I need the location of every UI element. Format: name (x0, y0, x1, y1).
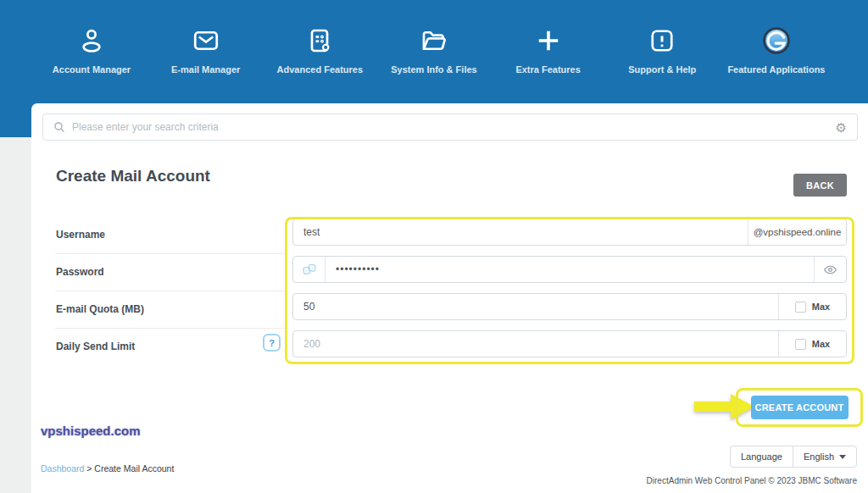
eye-icon[interactable] (814, 257, 846, 282)
password-label: Password (56, 266, 104, 278)
send-limit-field-group: Max (292, 330, 847, 357)
password-field-group (292, 256, 847, 283)
quota-field-group: Max (292, 293, 847, 320)
row-divider (55, 291, 286, 291)
gear-icon[interactable]: ⚙ (836, 121, 847, 134)
breadcrumb: Dashboard > Create Mail Account (41, 463, 174, 474)
nav-label: Support & Help (628, 64, 696, 75)
page-title: Create Mail Account (56, 167, 210, 186)
language-dropdown[interactable]: English (793, 446, 856, 467)
nav-item-account-manager[interactable]: Account Manager (36, 22, 147, 103)
create-account-button[interactable]: CREATE ACCOUNT (751, 396, 849, 419)
plus-icon (533, 22, 564, 59)
footer-copyright: DirectAdmin Web Control Panel © 2023 JBM… (647, 476, 857, 485)
breadcrumb-separator: > (86, 463, 92, 474)
featured-apps-logo-icon (760, 22, 793, 59)
generate-password-dice-icon[interactable] (293, 257, 326, 282)
back-button[interactable]: BACK (793, 174, 847, 197)
magnifier-icon (53, 121, 65, 133)
send-limit-max-checkbox[interactable] (795, 339, 806, 350)
nav-label: E-mail Manager (171, 64, 240, 75)
username-input[interactable] (293, 219, 748, 245)
quota-input[interactable] (293, 294, 778, 319)
help-icon[interactable]: ? (263, 334, 281, 352)
site-logo-text[interactable]: vpshispeed.com (41, 424, 141, 438)
content-card: ⚙ Create Mail Account BACK Username Pass… (31, 103, 868, 493)
quota-max-checkbox[interactable] (795, 302, 806, 313)
create-button-highlight-outline: CREATE ACCOUNT (736, 388, 863, 427)
nav-label: Advanced Features (277, 64, 363, 75)
quota-max-toggle[interactable]: Max (778, 294, 846, 319)
nav-item-support-help[interactable]: Support & Help (606, 22, 718, 103)
nav-label: Featured Applications (727, 64, 825, 75)
language-selector: Language English (730, 446, 857, 468)
nav-item-email-manager[interactable]: E-mail Manager (150, 22, 262, 103)
nav-label: Account Manager (53, 64, 131, 75)
document-gear-icon (304, 22, 335, 59)
folder-icon (419, 22, 449, 59)
domain-suffix: @vpshispeed.online (748, 219, 846, 245)
nav-label: Extra Features (515, 64, 580, 75)
breadcrumb-home-link[interactable]: Dashboard (41, 463, 84, 474)
username-field-group: @vpshispeed.online (292, 219, 847, 246)
language-selected: English (804, 451, 834, 462)
envelope-icon (191, 22, 221, 59)
max-label: Max (812, 302, 830, 312)
exclamation-icon (647, 22, 677, 59)
breadcrumb-current: Create Mail Account (94, 463, 174, 474)
password-input[interactable] (326, 257, 814, 282)
language-label: Language (731, 446, 793, 467)
nav-item-extra-features[interactable]: Extra Features (492, 22, 604, 103)
search-input[interactable] (72, 121, 836, 133)
send-limit-max-toggle[interactable]: Max (778, 331, 846, 357)
username-label: Username (56, 229, 105, 241)
nav-item-system-info-files[interactable]: System Info & Files (378, 22, 490, 103)
nav-item-advanced-features[interactable]: Advanced Features (264, 22, 376, 103)
nav-label: System Info & Files (391, 64, 476, 75)
quota-label: E-mail Quota (MB) (56, 303, 144, 315)
row-divider (55, 253, 286, 254)
search-bar: ⚙ (42, 114, 858, 141)
chevron-down-icon (839, 455, 846, 459)
send-limit-label: Daily Send Limit (56, 341, 135, 352)
row-divider (55, 328, 286, 329)
user-icon (76, 22, 107, 59)
main-nav: Account Manager E-mail Manager (0, 0, 868, 103)
send-limit-input[interactable] (293, 331, 778, 357)
nav-item-featured-applications[interactable]: Featured Applications (721, 22, 832, 103)
max-label: Max (812, 339, 830, 349)
